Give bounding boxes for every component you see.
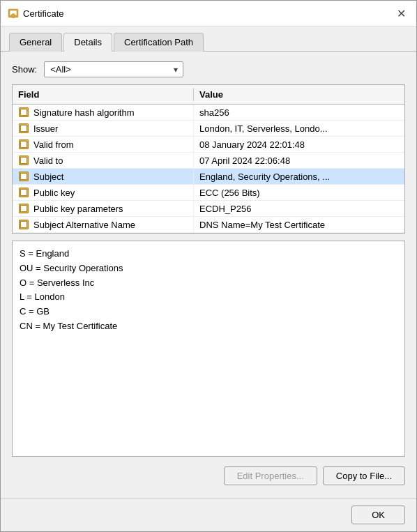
field-cell: Public key parameters [13,201,194,216]
field-cell: Subject [13,169,194,184]
ok-button[interactable]: OK [351,506,405,524]
table-header: Field Value [13,85,404,105]
window-icon [8,8,19,19]
table-row[interactable]: Public key ECC (256 Bits) [13,185,404,201]
value-cell: London, IT, Serverless, Londo... [194,121,404,136]
table-row[interactable]: Subject Alternative Name DNS Name=My Tes… [13,217,404,233]
cert-row-icon [18,187,29,198]
edit-properties-button[interactable]: Edit Properties... [224,466,317,485]
detail-line: O = Serverless Inc [20,276,397,291]
field-cell: Valid to [13,153,194,168]
tab-certification-path[interactable]: Certification Path [114,33,204,52]
cert-row-icon [18,107,29,118]
cert-row-icon [18,171,29,182]
show-select-wrapper: <All>Version 1 Fields OnlyExtensions Onl… [44,61,183,77]
table-row[interactable]: Public key parameters ECDH_P256 [13,201,404,217]
cert-row-icon [18,203,29,214]
value-cell: ECDH_P256 [194,202,404,216]
detail-line: L = London [20,290,397,305]
content-area: Show: <All>Version 1 Fields OnlyExtensio… [1,52,416,498]
detail-line: S = England [20,247,397,261]
value-cell: sha256 [194,105,404,120]
detail-line: OU = Security Operations [20,261,397,276]
table-row[interactable]: Valid to 07 April 2024 22:06:48 [13,153,404,169]
details-table: Field Value Signature hash algorithm sha… [12,84,405,234]
table-row[interactable]: Signature hash algorithm sha256 [13,105,404,121]
field-cell: Subject Alternative Name [13,217,194,232]
window-title: Certificate [23,8,64,19]
value-cell: 07 April 2024 22:06:48 [194,153,404,168]
value-cell: ECC (256 Bits) [194,185,404,200]
table-row[interactable]: Valid from 08 January 2024 22:01:48 [13,137,404,153]
footer: OK [1,498,416,531]
button-row: Edit Properties... Copy to File... [12,464,405,488]
cert-row-icon [18,155,29,166]
tab-details[interactable]: Details [63,33,112,52]
close-button[interactable]: ✕ [393,5,409,22]
table-body: Signature hash algorithm sha256 Issuer L… [13,105,404,233]
certificate-window: Certificate ✕ General Details Certificat… [0,0,417,532]
value-cell: 08 January 2024 22:01:48 [194,137,404,152]
cert-row-icon [18,123,29,134]
cert-row-icon [18,219,29,230]
field-cell: Issuer [13,121,194,136]
tab-bar: General Details Certification Path [1,26,416,52]
show-label: Show: [12,64,37,75]
column-header-field: Field [13,88,194,101]
title-bar: Certificate ✕ [1,1,416,26]
field-cell: Public key [13,185,194,200]
column-header-value: Value [194,88,404,101]
detail-line: CN = My Test Certificate [20,319,397,334]
field-cell: Signature hash algorithm [13,105,194,120]
value-cell: England, Security Operations, ... [194,169,404,184]
value-cell: DNS Name=My Test Certificate [194,218,404,232]
table-row[interactable]: Issuer London, IT, Serverless, Londo... [13,121,404,137]
field-cell: Valid from [13,137,194,152]
table-row[interactable]: Subject England, Security Operations, ..… [13,169,404,185]
copy-to-file-button[interactable]: Copy to File... [323,466,405,485]
show-dropdown[interactable]: <All>Version 1 Fields OnlyExtensions Onl… [44,61,183,77]
title-bar-left: Certificate [8,8,64,19]
detail-line: C = GB [20,305,397,319]
tab-general[interactable]: General [9,33,62,52]
show-row: Show: <All>Version 1 Fields OnlyExtensio… [12,61,405,77]
detail-text-box: S = EnglandOU = Security OperationsO = S… [12,241,405,457]
cert-row-icon [18,139,29,150]
